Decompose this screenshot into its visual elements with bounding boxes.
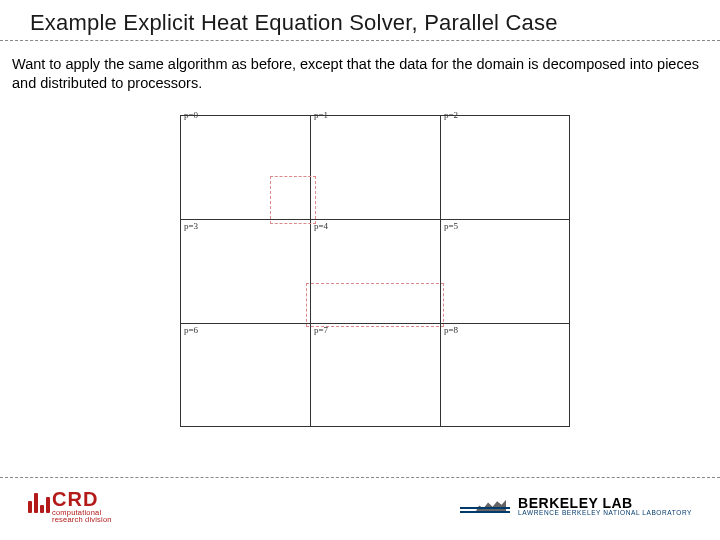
footer: CRD computational research division BERK…: [28, 482, 692, 530]
crd-logo-text: CRD: [52, 489, 112, 509]
grid-vline: [310, 115, 311, 427]
berkeley-lab-text: BERKELEY LAB: [518, 496, 692, 510]
ghost-region: [306, 283, 444, 327]
slide-title: Example Explicit Heat Equation Solver, P…: [30, 10, 700, 36]
proc-label: p=5: [444, 221, 458, 231]
crd-bars-icon: [28, 489, 50, 513]
proc-label: p=1: [314, 110, 328, 120]
domain-decomposition-diagram: p=0 p=1 p=2 p=3 p=4 p=5 p=6 p=7 p=8: [180, 110, 570, 440]
berkeley-lab-sub: LAWRENCE BERKELEY NATIONAL LABORATORY: [518, 510, 692, 517]
grid-outer: [180, 115, 570, 427]
proc-label: p=3: [184, 221, 198, 231]
title-underline: [0, 40, 720, 41]
berkeley-lab-mark-icon: [460, 493, 510, 519]
crd-logo: CRD computational research division: [28, 489, 112, 524]
grid-vline: [440, 115, 441, 427]
proc-label: p=7: [314, 325, 328, 335]
crd-logo-sub: research division: [52, 516, 112, 524]
grid-hline: [180, 219, 570, 220]
slide: Example Explicit Heat Equation Solver, P…: [0, 0, 720, 540]
proc-label: p=0: [184, 110, 198, 120]
proc-label: p=6: [184, 325, 198, 335]
proc-label: p=4: [314, 221, 328, 231]
slide-body-text: Want to apply the same algorithm as befo…: [12, 55, 700, 93]
footer-divider: [0, 477, 720, 478]
proc-label: p=8: [444, 325, 458, 335]
berkeley-lab-logo: BERKELEY LAB LAWRENCE BERKELEY NATIONAL …: [460, 493, 692, 519]
proc-label: p=2: [444, 110, 458, 120]
ghost-region: [270, 176, 316, 224]
